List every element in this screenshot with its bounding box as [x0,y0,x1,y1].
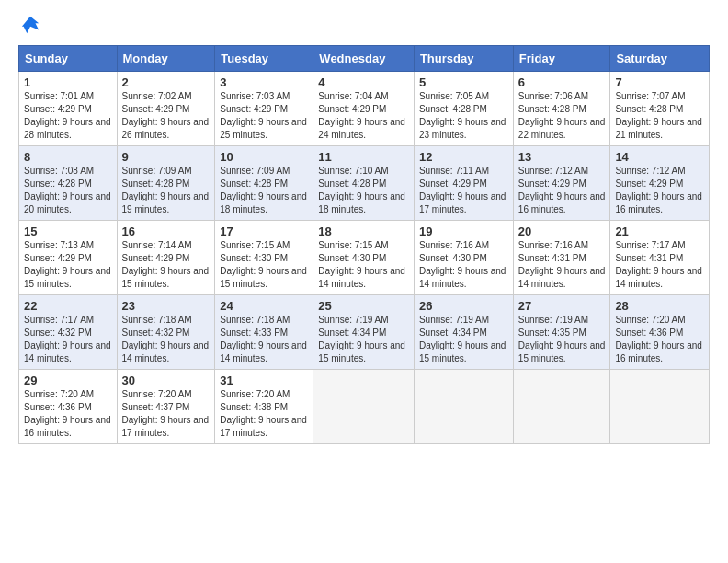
day-number: 13 [518,150,606,164]
calendar-cell: 27Sunrise: 7:19 AMSunset: 4:35 PMDayligh… [513,295,610,370]
calendar-cell: 24Sunrise: 7:18 AMSunset: 4:33 PMDayligh… [215,295,313,370]
calendar-week-row: 1Sunrise: 7:01 AMSunset: 4:29 PMDaylight… [19,72,710,146]
svg-marker-0 [22,17,39,33]
cell-info: Sunrise: 7:12 AMSunset: 4:29 PMDaylight:… [518,166,606,214]
day-number: 23 [122,299,210,313]
calendar-cell: 21Sunrise: 7:17 AMSunset: 4:31 PMDayligh… [610,221,710,295]
cell-info: Sunrise: 7:15 AMSunset: 4:30 PMDaylight:… [318,240,405,289]
cell-info: Sunrise: 7:19 AMSunset: 4:35 PMDaylight:… [518,315,606,363]
calendar-header-sunday: Sunday [19,46,118,72]
cell-info: Sunrise: 7:14 AMSunset: 4:29 PMDaylight:… [122,240,210,289]
cell-info: Sunrise: 7:03 AMSunset: 4:29 PMDaylight:… [220,91,307,140]
page: SundayMondayTuesdayWednesdayThursdayFrid… [0,0,728,454]
calendar-cell: 1Sunrise: 7:01 AMSunset: 4:29 PMDaylight… [19,72,118,146]
calendar-cell: 10Sunrise: 7:09 AMSunset: 4:28 PMDayligh… [215,146,313,221]
day-number: 24 [220,299,308,313]
day-number: 2 [122,75,210,89]
day-number: 19 [419,224,508,238]
day-number: 31 [220,373,308,387]
header [18,15,710,40]
cell-info: Sunrise: 7:16 AMSunset: 4:30 PMDaylight:… [419,240,506,289]
cell-info: Sunrise: 7:18 AMSunset: 4:33 PMDaylight:… [220,315,307,363]
cell-info: Sunrise: 7:09 AMSunset: 4:28 PMDaylight:… [122,166,210,214]
cell-info: Sunrise: 7:06 AMSunset: 4:28 PMDaylight:… [518,91,606,140]
cell-info: Sunrise: 7:07 AMSunset: 4:28 PMDaylight:… [615,91,702,140]
calendar-cell [610,370,710,444]
cell-info: Sunrise: 7:20 AMSunset: 4:38 PMDaylight:… [220,389,307,438]
cell-info: Sunrise: 7:12 AMSunset: 4:29 PMDaylight:… [615,166,702,214]
day-number: 20 [518,224,606,238]
cell-info: Sunrise: 7:01 AMSunset: 4:29 PMDaylight:… [24,91,111,140]
cell-info: Sunrise: 7:15 AMSunset: 4:30 PMDaylight:… [220,240,307,289]
calendar-header-wednesday: Wednesday [313,46,415,72]
cell-info: Sunrise: 7:20 AMSunset: 4:36 PMDaylight:… [24,389,111,438]
calendar-cell: 23Sunrise: 7:18 AMSunset: 4:32 PMDayligh… [117,295,215,370]
cell-info: Sunrise: 7:20 AMSunset: 4:37 PMDaylight:… [122,389,210,438]
calendar-header-tuesday: Tuesday [215,46,313,72]
cell-info: Sunrise: 7:02 AMSunset: 4:29 PMDaylight:… [122,91,210,140]
calendar-cell: 22Sunrise: 7:17 AMSunset: 4:32 PMDayligh… [19,295,118,370]
calendar-cell [513,370,610,444]
calendar-cell [414,370,513,444]
day-number: 3 [220,75,308,89]
cell-info: Sunrise: 7:19 AMSunset: 4:34 PMDaylight:… [419,315,506,363]
day-number: 1 [24,75,112,89]
calendar-table: SundayMondayTuesdayWednesdayThursdayFrid… [18,45,710,444]
calendar-cell: 13Sunrise: 7:12 AMSunset: 4:29 PMDayligh… [513,146,610,221]
logo [18,15,40,40]
calendar-cell: 17Sunrise: 7:15 AMSunset: 4:30 PMDayligh… [215,221,313,295]
cell-info: Sunrise: 7:17 AMSunset: 4:31 PMDaylight:… [615,240,702,289]
calendar-cell: 3Sunrise: 7:03 AMSunset: 4:29 PMDaylight… [215,72,313,146]
cell-info: Sunrise: 7:17 AMSunset: 4:32 PMDaylight:… [24,315,111,363]
day-number: 26 [419,299,508,313]
calendar-cell: 2Sunrise: 7:02 AMSunset: 4:29 PMDaylight… [117,72,215,146]
calendar-header-thursday: Thursday [414,46,513,72]
logo-text [18,15,40,40]
day-number: 18 [318,224,409,238]
day-number: 15 [24,224,112,238]
calendar-header-row: SundayMondayTuesdayWednesdayThursdayFrid… [19,46,710,72]
day-number: 11 [318,150,409,164]
calendar-cell: 14Sunrise: 7:12 AMSunset: 4:29 PMDayligh… [610,146,710,221]
calendar-week-row: 8Sunrise: 7:08 AMSunset: 4:28 PMDaylight… [19,146,710,221]
cell-info: Sunrise: 7:10 AMSunset: 4:28 PMDaylight:… [318,166,405,214]
calendar-cell: 12Sunrise: 7:11 AMSunset: 4:29 PMDayligh… [414,146,513,221]
cell-info: Sunrise: 7:16 AMSunset: 4:31 PMDaylight:… [518,240,606,289]
calendar-week-row: 15Sunrise: 7:13 AMSunset: 4:29 PMDayligh… [19,221,710,295]
day-number: 14 [615,150,704,164]
logo-bird-icon [20,15,40,35]
day-number: 10 [220,150,308,164]
cell-info: Sunrise: 7:20 AMSunset: 4:36 PMDaylight:… [615,315,702,363]
calendar-cell: 5Sunrise: 7:05 AMSunset: 4:28 PMDaylight… [414,72,513,146]
day-number: 5 [419,75,508,89]
calendar-cell: 29Sunrise: 7:20 AMSunset: 4:36 PMDayligh… [19,370,118,444]
calendar-cell: 7Sunrise: 7:07 AMSunset: 4:28 PMDaylight… [610,72,710,146]
calendar-cell: 6Sunrise: 7:06 AMSunset: 4:28 PMDaylight… [513,72,610,146]
day-number: 21 [615,224,704,238]
calendar-cell: 11Sunrise: 7:10 AMSunset: 4:28 PMDayligh… [313,146,415,221]
day-number: 4 [318,75,409,89]
cell-info: Sunrise: 7:09 AMSunset: 4:28 PMDaylight:… [220,166,307,214]
day-number: 16 [122,224,210,238]
calendar-header-saturday: Saturday [610,46,710,72]
calendar-cell: 19Sunrise: 7:16 AMSunset: 4:30 PMDayligh… [414,221,513,295]
day-number: 7 [615,75,704,89]
calendar-cell: 31Sunrise: 7:20 AMSunset: 4:38 PMDayligh… [215,370,313,444]
cell-info: Sunrise: 7:19 AMSunset: 4:34 PMDaylight:… [318,315,405,363]
calendar-cell: 30Sunrise: 7:20 AMSunset: 4:37 PMDayligh… [117,370,215,444]
cell-info: Sunrise: 7:13 AMSunset: 4:29 PMDaylight:… [24,240,111,289]
day-number: 30 [122,373,210,387]
cell-info: Sunrise: 7:05 AMSunset: 4:28 PMDaylight:… [419,91,506,140]
cell-info: Sunrise: 7:04 AMSunset: 4:29 PMDaylight:… [318,91,405,140]
calendar-cell: 25Sunrise: 7:19 AMSunset: 4:34 PMDayligh… [313,295,415,370]
cell-info: Sunrise: 7:08 AMSunset: 4:28 PMDaylight:… [24,166,111,214]
day-number: 28 [615,299,704,313]
cell-info: Sunrise: 7:18 AMSunset: 4:32 PMDaylight:… [122,315,210,363]
calendar-cell: 28Sunrise: 7:20 AMSunset: 4:36 PMDayligh… [610,295,710,370]
day-number: 27 [518,299,606,313]
calendar-cell: 26Sunrise: 7:19 AMSunset: 4:34 PMDayligh… [414,295,513,370]
day-number: 9 [122,150,210,164]
calendar-cell: 20Sunrise: 7:16 AMSunset: 4:31 PMDayligh… [513,221,610,295]
day-number: 12 [419,150,508,164]
calendar-cell: 4Sunrise: 7:04 AMSunset: 4:29 PMDaylight… [313,72,415,146]
